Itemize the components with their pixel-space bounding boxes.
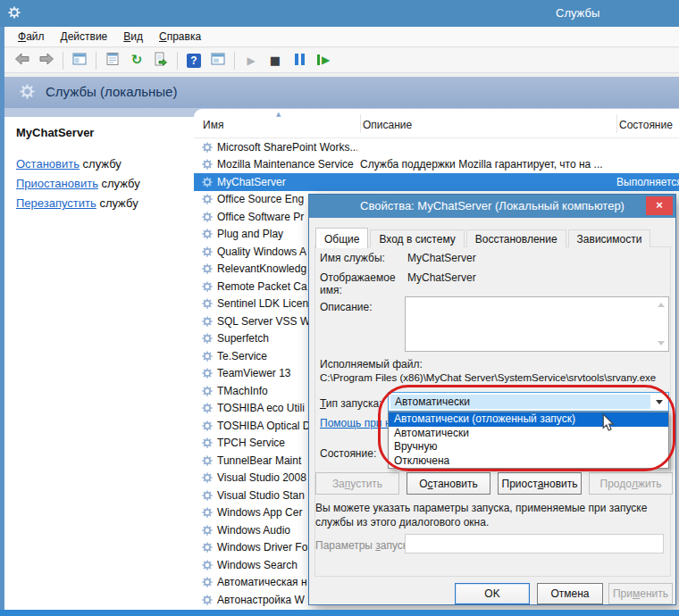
startup-type-dropdown: Автоматически (отложенный запуск)Автомат…: [388, 412, 669, 469]
refresh-icon: ↻: [131, 54, 143, 67]
service-control-buttons: ЗапуститьОстановитьПриостановитьПродолжи…: [315, 472, 673, 495]
column-divider[interactable]: [616, 114, 617, 133]
service-gear-icon: [202, 420, 214, 431]
export-list-button[interactable]: [150, 51, 172, 71]
service-gear-icon: [202, 455, 214, 466]
list-header: ▲ Имя Описание Состояние: [194, 109, 679, 138]
service-row[interactable]: MyChatServerВыполняется: [194, 173, 679, 191]
executable-label: Исполняемый файл:: [320, 358, 423, 370]
help-button[interactable]: ?: [183, 51, 205, 71]
tab-logon[interactable]: Вход в систему: [370, 229, 464, 247]
forward-button[interactable]: [36, 51, 57, 71]
properties-icon: [105, 52, 120, 69]
ok-button[interactable]: OK: [455, 583, 530, 604]
menu-file[interactable]: Файл: [10, 28, 53, 46]
dialog-close-button[interactable]: ×: [646, 196, 673, 215]
show-window-button[interactable]: [207, 51, 229, 71]
dropdown-option-1[interactable]: Автоматически: [389, 427, 668, 441]
service-gear-icon: [202, 507, 214, 518]
task-pane: MyChatServer Остановить службуПриостанов…: [4, 117, 190, 610]
start-service-icon: ▶: [247, 54, 255, 67]
service-gear-icon: [202, 177, 214, 187]
service-gear-icon: [202, 542, 214, 553]
dropdown-option-0[interactable]: Автоматически (отложенный запуск): [389, 412, 668, 427]
startup-params-input[interactable]: [405, 534, 664, 554]
column-header-status[interactable]: Состояние: [619, 119, 673, 131]
stop-service-icon: ■: [270, 54, 281, 67]
stop-service-button[interactable]: ■: [264, 51, 286, 71]
back-button[interactable]: [12, 51, 33, 71]
description-label: Описание:: [320, 301, 373, 313]
export-list-icon: [154, 52, 168, 69]
tab-recovery[interactable]: Восстановление: [466, 229, 566, 247]
dropdown-option-2[interactable]: Вручную: [389, 440, 668, 454]
startup-type-label: Тип запуска:: [320, 397, 381, 410]
service-row[interactable]: Microsoft SharePoint Works...: [194, 138, 679, 156]
selected-service-name: MyChatServer: [16, 126, 94, 139]
scope-banner: Службы (локальные): [4, 77, 679, 108]
start-service-button[interactable]: ▶: [240, 51, 262, 71]
stop-button[interactable]: Остановить: [407, 472, 490, 495]
window-titlebar: Службы: [0, 0, 679, 27]
stop-service-link[interactable]: Остановить: [16, 157, 80, 171]
column-divider[interactable]: [360, 114, 361, 133]
services-window: Службы ФайлДействиеВидСправка ↻?▶■▶ Служ…: [0, 0, 679, 616]
service-row[interactable]: Mozilla Maintenance ServiceСлужба поддер…: [194, 156, 679, 174]
service-name-value: MyChatServer: [407, 252, 476, 264]
toolbar-separator: [234, 52, 235, 70]
column-header-description[interactable]: Описание: [363, 119, 412, 131]
service-name-cell: Microsoft SharePoint Works...: [214, 141, 357, 154]
menu-bar: ФайлДействиеВидСправка: [4, 27, 679, 47]
service-gear-icon: [202, 560, 214, 570]
menu-action[interactable]: Действие: [53, 28, 116, 46]
service-gear-icon: [202, 229, 214, 239]
menu-view[interactable]: Вид: [115, 28, 151, 46]
start-button: Запустить: [315, 472, 399, 495]
service-gear-icon: [202, 351, 214, 362]
chevron-down-icon[interactable]: [656, 400, 663, 404]
service-gear-icon: [202, 194, 214, 204]
service-status-cell: Выполняется: [614, 176, 679, 188]
display-name-label: Отображаемое имя:: [320, 271, 398, 296]
service-gear-icon: [202, 281, 214, 292]
service-gear-icon: [202, 577, 214, 587]
restart-service-link[interactable]: Перезапустить: [16, 196, 96, 210]
forward-icon: [38, 53, 54, 68]
properties-dialog: Свойства: MyChatServer (Локальный компью…: [308, 194, 676, 605]
column-header-name[interactable]: Имя: [203, 119, 223, 131]
properties-button[interactable]: [102, 51, 123, 71]
refresh-button[interactable]: ↻: [126, 51, 147, 71]
service-name-label: Имя службы:: [320, 252, 385, 264]
service-gear-icon: [202, 333, 214, 344]
tab-general[interactable]: Общие: [315, 228, 368, 248]
pause-service-link[interactable]: Приостановить: [16, 177, 98, 190]
pause-service-button[interactable]: [289, 51, 310, 71]
scroll-up-icon[interactable]: [658, 303, 665, 307]
pause-service-icon: [295, 54, 305, 68]
startup-type-select[interactable]: Автоматически: [388, 392, 669, 412]
console-tree-icon: [72, 52, 87, 69]
toolbar-separator: [177, 52, 178, 70]
service-gear-icon: [202, 368, 214, 379]
cancel-button[interactable]: Отмена: [537, 583, 603, 604]
resume-service-button[interactable]: ▶: [313, 51, 334, 71]
service-gear-icon: [202, 316, 214, 327]
display-name-value: MyChatServer: [407, 271, 476, 284]
status-label: Состояние:: [320, 447, 376, 460]
service-gear-icon: [202, 403, 214, 413]
pause-button[interactable]: Приостановить: [498, 472, 582, 495]
description-textarea[interactable]: [405, 296, 669, 352]
dropdown-option-3[interactable]: Отключена: [389, 454, 668, 469]
service-action-links: Остановить службуПриостановить службуПер…: [16, 154, 140, 213]
continue-button: Продолжить: [589, 472, 673, 495]
show-window-icon: [211, 52, 225, 69]
services-gear-icon: [8, 6, 21, 21]
tab-dependencies[interactable]: Зависимости: [568, 229, 651, 247]
menu-help[interactable]: Справка: [151, 28, 209, 46]
service-gear-icon: [202, 142, 214, 153]
service-name-cell: Mozilla Maintenance Service: [214, 158, 357, 171]
service-description-cell: Служба поддержки Mozilla гарантирует, чт…: [357, 158, 614, 171]
window-border-left: [0, 27, 4, 616]
scroll-down-icon[interactable]: [658, 341, 665, 345]
console-tree-button[interactable]: [69, 51, 90, 71]
